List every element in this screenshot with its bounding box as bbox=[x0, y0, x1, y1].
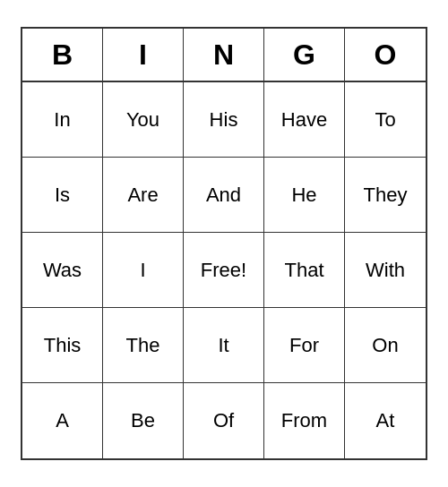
bingo-cell-3-2: It bbox=[184, 308, 264, 383]
bingo-cell-1-3: He bbox=[264, 158, 345, 233]
bingo-cell-1-0: Is bbox=[22, 158, 103, 233]
bingo-cell-3-3: For bbox=[264, 308, 345, 383]
bingo-cell-0-2: His bbox=[184, 82, 264, 158]
bingo-cell-3-0: This bbox=[22, 308, 103, 383]
bingo-cell-2-4: With bbox=[345, 233, 426, 308]
bingo-row-0: InYouHisHaveTo bbox=[22, 82, 426, 158]
bingo-cell-1-2: And bbox=[184, 158, 264, 233]
bingo-body: InYouHisHaveToIsAreAndHeTheyWasIFree!Tha… bbox=[22, 82, 426, 458]
bingo-cell-4-1: Be bbox=[103, 383, 184, 458]
bingo-cell-3-4: On bbox=[345, 308, 426, 383]
bingo-cell-0-4: To bbox=[345, 82, 426, 158]
bingo-cell-1-4: They bbox=[345, 158, 426, 233]
header-cell-n: N bbox=[184, 29, 264, 82]
bingo-header: BINGO bbox=[22, 29, 426, 82]
bingo-row-3: ThisTheItForOn bbox=[22, 308, 426, 383]
header-cell-b: B bbox=[22, 29, 103, 82]
bingo-cell-4-2: Of bbox=[184, 383, 264, 458]
bingo-cell-4-4: At bbox=[345, 383, 426, 458]
bingo-cell-0-0: In bbox=[22, 82, 103, 158]
header-cell-g: G bbox=[264, 29, 345, 82]
bingo-cell-2-2: Free! bbox=[184, 233, 264, 308]
bingo-cell-2-1: I bbox=[103, 233, 184, 308]
bingo-cell-2-0: Was bbox=[22, 233, 103, 308]
bingo-row-2: WasIFree!ThatWith bbox=[22, 233, 426, 308]
bingo-cell-1-1: Are bbox=[103, 158, 184, 233]
bingo-cell-4-0: A bbox=[22, 383, 103, 458]
bingo-cell-2-3: That bbox=[264, 233, 345, 308]
bingo-card: BINGO InYouHisHaveToIsAreAndHeTheyWasIFr… bbox=[21, 27, 427, 460]
bingo-cell-3-1: The bbox=[103, 308, 184, 383]
header-cell-o: O bbox=[345, 29, 426, 82]
bingo-cell-4-3: From bbox=[264, 383, 345, 458]
bingo-cell-0-1: You bbox=[103, 82, 184, 158]
header-cell-i: I bbox=[103, 29, 184, 82]
bingo-row-4: ABeOfFromAt bbox=[22, 383, 426, 458]
bingo-cell-0-3: Have bbox=[264, 82, 345, 158]
bingo-row-1: IsAreAndHeThey bbox=[22, 158, 426, 233]
